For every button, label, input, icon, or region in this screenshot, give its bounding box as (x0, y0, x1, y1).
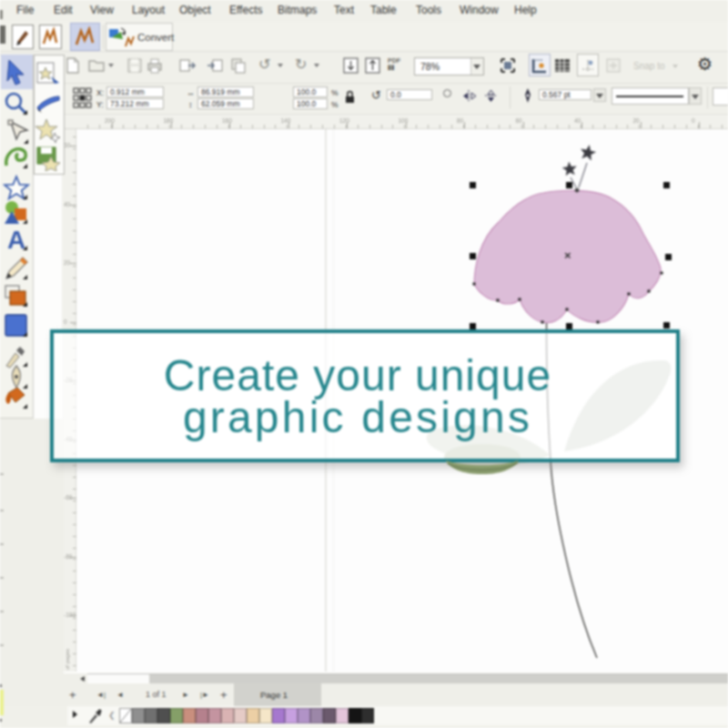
svg-text:A: A (7, 226, 25, 253)
